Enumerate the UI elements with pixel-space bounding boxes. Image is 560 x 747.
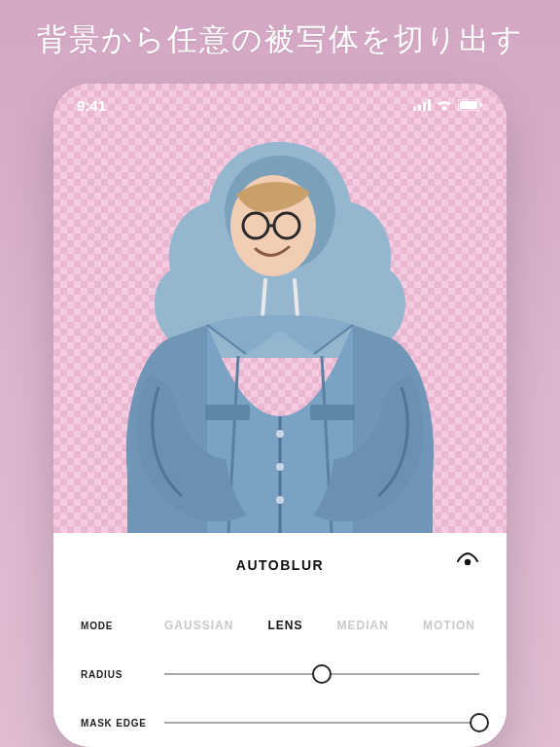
wifi-icon: [437, 99, 452, 111]
photo-canvas[interactable]: 9:41: [53, 84, 507, 533]
radius-row: RADIUS: [53, 650, 507, 698]
radius-label: RADIUS: [81, 669, 164, 680]
svg-point-23: [465, 559, 471, 565]
mode-row: MODE GAUSSIANLENSMEDIANMOTION: [53, 601, 507, 650]
mask-edge-row: MASK EDGE: [53, 698, 507, 747]
eye-icon: [456, 552, 479, 570]
svg-point-18: [276, 430, 284, 438]
svg-point-20: [276, 496, 284, 504]
svg-rect-0: [413, 107, 416, 111]
status-time: 9:41: [77, 97, 106, 114]
svg-rect-2: [423, 102, 426, 111]
subject-cutout: [110, 124, 450, 533]
slider-thumb[interactable]: [312, 664, 332, 684]
svg-rect-1: [418, 105, 421, 111]
cellular-icon: [413, 99, 431, 111]
slider-thumb[interactable]: [470, 713, 489, 732]
mode-option-gaussian[interactable]: GAUSSIAN: [164, 619, 233, 632]
svg-rect-5: [460, 101, 477, 109]
svg-point-19: [276, 463, 284, 471]
battery-icon: [458, 99, 483, 111]
slider-track: [164, 722, 479, 724]
controls-panel: AUTOBLUR MODE GAUSSIANLENSMEDIANMOTION R…: [53, 533, 507, 747]
mask-edge-slider[interactable]: [164, 711, 479, 734]
svg-rect-6: [480, 103, 482, 107]
svg-rect-3: [428, 99, 431, 111]
svg-rect-16: [205, 405, 250, 420]
status-right: [413, 99, 483, 111]
marketing-headline: 背景から任意の被写体を切り出す: [37, 19, 524, 60]
mode-options: GAUSSIANLENSMEDIANMOTION: [164, 619, 479, 632]
preview-toggle-button[interactable]: [456, 552, 479, 574]
mask-edge-label: MASK EDGE: [81, 718, 164, 729]
panel-title: AUTOBLUR: [236, 557, 324, 573]
mode-option-motion[interactable]: MOTION: [423, 619, 475, 632]
mode-option-median[interactable]: MEDIAN: [337, 619, 389, 632]
svg-rect-17: [310, 405, 355, 420]
device-frame: 9:41: [53, 84, 507, 747]
mode-option-lens[interactable]: LENS: [267, 619, 302, 632]
status-bar: 9:41: [53, 84, 507, 126]
panel-title-row: AUTOBLUR: [53, 551, 507, 580]
mode-label: MODE: [81, 621, 164, 631]
radius-slider[interactable]: [164, 662, 479, 686]
